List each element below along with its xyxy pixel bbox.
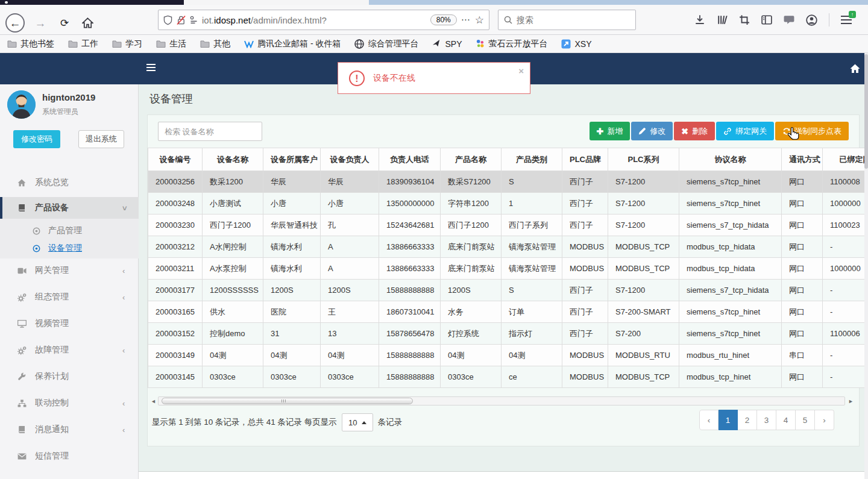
bookmark-spy[interactable]: SPY	[432, 39, 462, 49]
table-cell: 1200S	[321, 280, 379, 301]
page-button[interactable]: 3	[757, 410, 776, 430]
edit-button[interactable]: 修改	[631, 122, 673, 140]
back-button[interactable]: ←	[5, 13, 25, 33]
zoom-level-badge[interactable]: 80%	[430, 14, 457, 25]
table-cell: MODBUS	[562, 345, 608, 366]
logout-button[interactable]: 退出系统	[78, 130, 124, 148]
column-header[interactable]: 设备编号	[148, 148, 203, 171]
bookmark-xsy[interactable]: XSY	[561, 39, 591, 49]
column-header[interactable]: 产品名称	[441, 148, 502, 171]
sidebar-collapse-icon[interactable]	[146, 64, 156, 71]
page-size-select[interactable]: 10	[342, 413, 373, 431]
column-header[interactable]: 通讯方式	[782, 148, 823, 171]
scroll-left-arrow[interactable]: ◄	[151, 398, 156, 404]
forward-button[interactable]: →	[30, 13, 51, 33]
page-button[interactable]: 1	[719, 410, 738, 430]
page-prev[interactable]: ‹	[699, 410, 719, 430]
home-icon	[17, 178, 27, 187]
table-cell: 04测	[321, 345, 379, 366]
sidebar-item-products[interactable]: 产品设备 ˅	[0, 197, 139, 219]
table-row[interactable]: 200003211A水泵控制镇海水利A13886663333底来门前泵站镇海泵站…	[148, 258, 868, 280]
bookmark-mgmt-platform[interactable]: 综合管理平台	[354, 39, 418, 49]
page-next[interactable]: ›	[815, 410, 834, 430]
column-header[interactable]: PLC品牌	[562, 148, 608, 171]
download-icon[interactable]	[694, 14, 705, 25]
table-row[interactable]: 200003152控制demo311315878656478灯控系统指示灯西门子…	[148, 323, 868, 345]
table-cell: 15243642681	[379, 214, 441, 236]
browser-search-input[interactable]	[517, 15, 613, 25]
home-button[interactable]	[77, 13, 98, 33]
bookmark-tencent-mail[interactable]: 腾讯企业邮箱 - 收件箱	[244, 39, 341, 49]
sidebar-item-notifications[interactable]: 消息通知 ‹	[0, 421, 139, 439]
bookmark-folder[interactable]: 生活	[156, 39, 186, 49]
table-row[interactable]: 200003212A水闸控制镇海水利A13886663333底来门前泵站镇海泵站…	[148, 236, 868, 258]
table-row[interactable]: 200003248小唐测试小唐小唐13500000000字符串12001西门子S…	[148, 193, 868, 214]
table-row[interactable]: 2000031450303ce0303ce0303ce1588888888803…	[148, 366, 868, 388]
device-search-input[interactable]	[158, 122, 262, 141]
table-cell: modbus_tcp_hinet	[679, 366, 782, 388]
sidebar-item-maintenance[interactable]: 保养计划	[0, 368, 139, 386]
table-cell: siemens_s7_tcp_hidata	[679, 214, 782, 236]
sidebar-item-linkage[interactable]: 联动控制 ‹	[0, 394, 139, 412]
table-cell: 西门子	[562, 171, 608, 193]
bookmark-folder[interactable]: 其他书签	[7, 39, 54, 49]
sidebar-item-video[interactable]: 视频管理	[0, 315, 139, 333]
table-cell: 小唐	[263, 193, 321, 214]
column-header[interactable]: 产品类别	[502, 148, 562, 171]
table-cell: 04测	[263, 345, 321, 366]
column-header[interactable]: 协议名称	[679, 148, 782, 171]
table-row[interactable]: 200003230西门子1200华辰智通科技孔15243642681西门子120…	[148, 214, 868, 236]
table-row[interactable]: 200003165供水医院王18607310041水务订单西门子S7-200-S…	[148, 301, 868, 323]
sidebar-item-fault[interactable]: 故障管理 ‹	[0, 341, 139, 359]
sidebar-item-scada[interactable]: 组态管理 ‹	[0, 288, 139, 306]
active-tab[interactable]	[184, 0, 369, 5]
reload-button[interactable]: ⟳	[54, 13, 75, 33]
alert-close-icon[interactable]: ×	[518, 66, 524, 76]
bookmark-folder[interactable]: 其他	[200, 39, 230, 49]
v-scrollbar-thumb[interactable]	[864, 54, 868, 169]
table-row[interactable]: 200003256数采1200华辰华辰18390936104数采S71200S西…	[148, 171, 868, 193]
update-badge: ↑	[849, 11, 856, 18]
bookmark-folder[interactable]: 工作	[68, 39, 98, 49]
page-button[interactable]: 2	[738, 410, 757, 430]
table-cell: 15878656478	[379, 323, 441, 345]
sidebar-item-product-mgmt[interactable]: 产品管理	[0, 222, 139, 240]
bookmark-folder[interactable]: 学习	[112, 39, 142, 49]
column-header[interactable]: PLC系列	[608, 148, 679, 171]
sidebar-toggle-icon[interactable]	[761, 14, 772, 25]
table-row[interactable]: 20000314904测04测04测1588888888804测04测MODBU…	[148, 345, 868, 366]
column-header[interactable]: 设备名称	[203, 148, 263, 171]
delete-button[interactable]: ✖ 删除	[674, 122, 715, 140]
sidebar-item-overview[interactable]: 系统总览	[0, 174, 139, 192]
account-icon[interactable]	[806, 14, 817, 26]
bookmark-ezviz[interactable]: 萤石云开放平台	[476, 39, 547, 49]
pocket-chat-icon[interactable]	[784, 14, 794, 25]
url-bar[interactable]: iot.idosp.net/admin/index.html? 80% ⋯ ☆	[158, 10, 489, 30]
bind-gateway-button[interactable]: 绑定网关	[716, 122, 774, 140]
screenshot-icon[interactable]	[739, 14, 750, 25]
column-header[interactable]: 设备所属客户	[263, 148, 321, 171]
sidebar-item-device-mgmt[interactable]: 设备管理	[0, 239, 139, 257]
table-cell: 西门子	[562, 280, 608, 301]
page-button[interactable]: 4	[776, 410, 796, 430]
scroll-right-arrow[interactable]: ►	[848, 398, 854, 404]
page-actions-icon[interactable]: ⋯	[461, 14, 471, 25]
column-header[interactable]: 设备负责人	[321, 148, 379, 171]
sidebar-item-gateway[interactable]: 网关管理 ‹	[0, 261, 139, 280]
sidebar-item-sms[interactable]: 短信管理	[0, 447, 139, 465]
menu-button[interactable]: ↑	[841, 16, 852, 24]
bookmark-star-icon[interactable]: ☆	[475, 15, 484, 25]
column-header[interactable]: 负责人电话	[379, 148, 441, 171]
table-row[interactable]: 2000031771200SSSSSS1200S1200S15888888888…	[148, 280, 868, 301]
records-info: 显示第 1 到第 10 条记录，总共 41 条记录 每页显示	[152, 417, 337, 428]
url-text[interactable]: iot.idosp.net/admin/index.html?	[202, 15, 426, 25]
add-button[interactable]: ✚ 新增	[590, 122, 631, 140]
table-cell: MODBUS_TCP	[608, 366, 679, 388]
app-home-icon[interactable]	[850, 64, 860, 74]
page-button[interactable]: 5	[796, 410, 815, 430]
column-header[interactable]: 已绑定网关	[823, 148, 868, 171]
x-icon: ✖	[681, 127, 688, 136]
browser-search[interactable]	[498, 10, 636, 30]
change-password-button[interactable]: 修改密码	[13, 130, 60, 148]
library-icon[interactable]	[717, 14, 728, 25]
